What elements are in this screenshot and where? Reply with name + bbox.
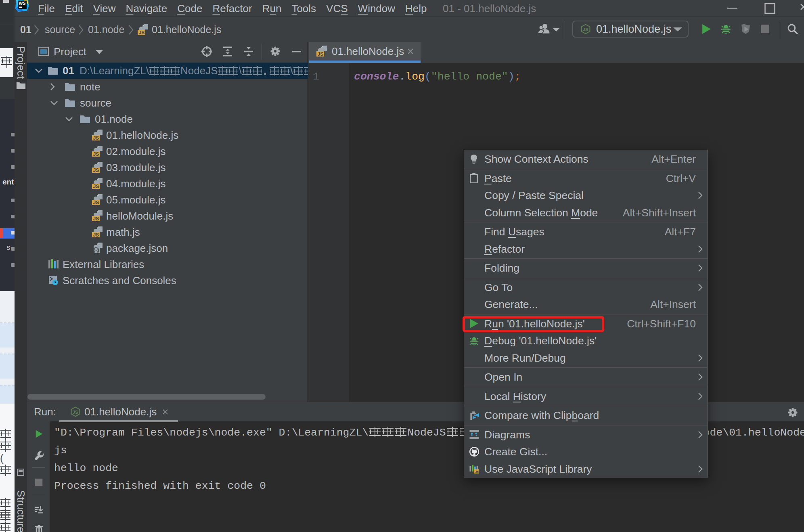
- svg-text:WS: WS: [19, 1, 26, 6]
